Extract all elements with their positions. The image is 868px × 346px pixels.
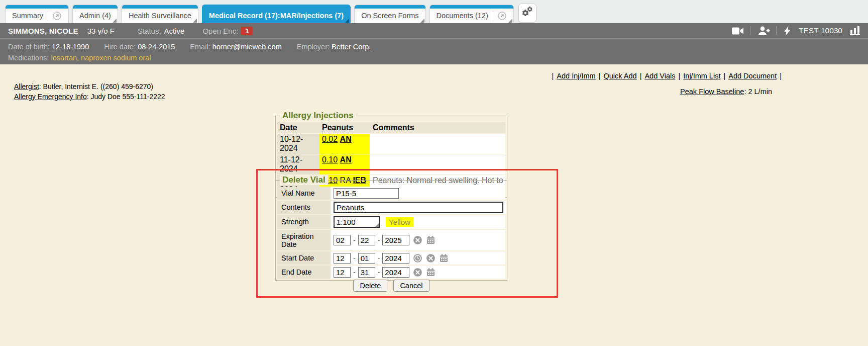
demographics-bar: Date of birth: 12-18-1990 Hire date: 08-… [0, 38, 868, 64]
clear-date-icon[interactable] [413, 235, 422, 245]
medication-link[interactable]: naproxen sodium oral [81, 54, 151, 62]
medication-separator: , [77, 54, 81, 62]
date-separator: - [378, 268, 380, 276]
inj-imm-list-link[interactable]: Inj/Imm List [683, 72, 720, 80]
add-inj-imm-link[interactable]: Add Inj/Imm [557, 72, 595, 80]
action-links: | Add Inj/Imm | Quick Add | Add Vials | … [552, 72, 782, 80]
end-month-input[interactable] [334, 267, 351, 278]
tab-summary-label: Summary [12, 12, 43, 20]
dose-link[interactable]: 0.10 [322, 155, 338, 164]
delete-vial-fieldset: Delete Vial Vial Name Contents Strength … [275, 180, 507, 281]
injection-date: 10-12-2024 [277, 134, 319, 154]
expiration-date-row: Expiration Date - - [277, 230, 505, 250]
vial-name-label: Vial Name [277, 187, 331, 200]
calendar-icon[interactable] [426, 268, 436, 277]
start-date-label: Start Date [277, 251, 331, 265]
dob-value: 12-18-1990 [52, 43, 89, 51]
link-separator: | [599, 72, 601, 80]
settings-button[interactable] [518, 4, 536, 23]
email-label: Email: [190, 43, 210, 51]
allergy-emergency-value: : Judy Doe 555-111-2222 [87, 93, 165, 101]
peak-flow-baseline-link[interactable]: Peak Flow Baseline [680, 88, 744, 96]
open-enc-label: Open Enc: [202, 27, 238, 35]
contents-input[interactable] [334, 202, 503, 213]
quick-add-link[interactable]: Quick Add [604, 72, 637, 80]
allergist-line: Allergist: Butler, Internist E. ((260) 4… [14, 82, 165, 92]
expiration-year-input[interactable] [382, 235, 409, 245]
patient-header-bar: SIMMONS, NICOLE 33 y/o F Status: Active … [0, 23, 868, 38]
lightning-icon[interactable] [784, 26, 791, 36]
tab-medical-record[interactable]: Medical Record (17):MAR/Injections (7) [202, 5, 351, 23]
tab-on-screen-forms[interactable]: On Screen Forms [354, 5, 425, 23]
column-header-peanuts-link[interactable]: Peanuts [322, 123, 353, 132]
delete-button[interactable]: Delete [353, 280, 387, 292]
dob-label: Date of birth: [8, 43, 50, 51]
clear-date-icon[interactable] [413, 268, 422, 277]
calendar-icon[interactable] [439, 253, 449, 263]
patient-id: TEST-10030 [799, 26, 842, 35]
start-day-input[interactable] [358, 253, 375, 264]
reaction-code-link[interactable]: AN [340, 135, 352, 143]
patient-age-sex: 33 y/o F [87, 27, 115, 35]
tab-summary[interactable]: Summary [5, 5, 69, 23]
add-person-icon[interactable] [758, 26, 770, 36]
gears-icon [521, 6, 533, 20]
allergist-link[interactable]: Allergist [14, 82, 39, 91]
video-camera-icon[interactable] [732, 27, 744, 35]
medication-link[interactable]: losartan [51, 54, 77, 62]
allergy-emergency-info-link[interactable]: Allergy Emergency Info [14, 93, 87, 101]
tab-admin[interactable]: Admin (4) [72, 5, 118, 23]
date-separator: - [378, 236, 380, 244]
clear-date-icon[interactable] [426, 253, 436, 263]
open-new-window-icon[interactable] [48, 11, 62, 21]
patient-name: SIMMONS, NICOLE [8, 27, 78, 35]
calendar-icon[interactable] [426, 235, 436, 245]
strength-color-tag: Yellow [386, 217, 413, 227]
link-separator: | [552, 72, 554, 80]
start-date-row: Start Date - - [277, 251, 505, 265]
tab-documents-label: Documents (12) [437, 12, 488, 20]
strength-label: Strength [277, 215, 331, 229]
date-separator: - [353, 236, 356, 244]
end-date-row: End Date - - [277, 266, 505, 279]
contents-row: Contents [277, 201, 505, 214]
vial-name-input[interactable] [334, 188, 399, 199]
end-year-input[interactable] [382, 267, 409, 278]
allergy-contacts: Allergist: Butler, Internist E. ((260) 4… [14, 82, 165, 102]
email-value: horner@mieweb.com [212, 43, 282, 51]
tab-admin-label: Admin (4) [79, 12, 111, 20]
strength-row: Strength Yellow [277, 215, 505, 229]
flowsheet-chart-icon[interactable] [850, 26, 860, 35]
start-month-input[interactable] [334, 253, 351, 264]
expiration-day-input[interactable] [358, 235, 375, 245]
cancel-button[interactable]: Cancel [393, 280, 429, 292]
allergy-table-header: Date Peanuts Comments [277, 122, 505, 133]
reaction-code-link[interactable]: AN [340, 155, 352, 164]
dose-link[interactable]: 0.02 [322, 135, 338, 143]
medications-line: Medications: losartan, naproxen sodium o… [8, 52, 860, 63]
expiration-date-label: Expiration Date [277, 230, 331, 250]
start-year-input[interactable] [382, 253, 409, 264]
column-header-comments: Comments [370, 122, 505, 133]
expiration-month-input[interactable] [334, 235, 351, 245]
add-vials-link[interactable]: Add Vials [644, 72, 675, 80]
tab-documents[interactable]: Documents (12) [429, 5, 514, 23]
link-separator: | [640, 72, 642, 80]
end-day-input[interactable] [358, 267, 375, 278]
link-separator: | [723, 72, 725, 80]
medications-label: Medications: [8, 54, 49, 62]
injection-comments [370, 134, 505, 154]
table-row: 10-12-2024 0.02 AN [277, 134, 505, 154]
peak-flow-baseline-value: : 2 L/min [744, 88, 772, 96]
clock-icon[interactable] [413, 253, 422, 263]
allergy-emergency-line: Allergy Emergency Info: Judy Doe 555-111… [14, 92, 165, 102]
add-document-link[interactable]: Add Document [728, 72, 777, 80]
link-separator: | [780, 72, 782, 80]
allergist-value: : Butler, Internist E. ((260) 459-6270) [39, 82, 153, 91]
strength-input[interactable] [334, 216, 380, 228]
tab-health-surveillance[interactable]: Health Surveillance [122, 5, 198, 23]
status-label: Status: [138, 27, 161, 35]
end-date-label: End Date [277, 266, 331, 279]
open-new-window-icon[interactable] [493, 11, 507, 21]
open-enc-count-badge[interactable]: 1 [241, 27, 253, 35]
